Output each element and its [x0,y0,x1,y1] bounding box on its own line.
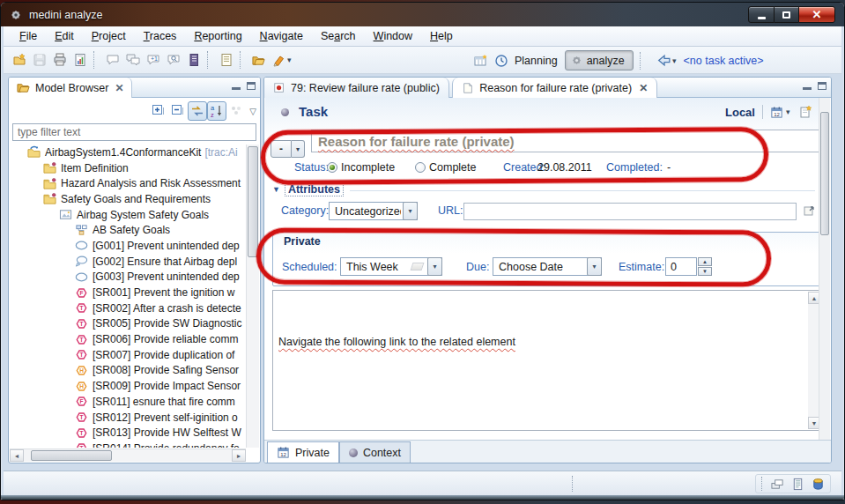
back-dropdown-caret-icon[interactable]: ▾ [672,56,677,65]
open-model-icon[interactable] [248,50,269,70]
section-collapse-caret-icon: ▼ [272,185,280,194]
notes-line: Navigate the following link to the relat… [278,332,807,352]
status-complete-radio[interactable] [415,162,426,173]
tree-item[interactable]: T[SR014] Provide redundancy fo [10,441,246,448]
notes-scrollbar[interactable]: ▲ ▼ [808,292,819,429]
close-window-button[interactable]: ✕ [798,6,835,23]
tree-item[interactable]: T[SR007] Provide duplication of [10,347,246,363]
task-form: Task Local 12 ▾ - ▾ Reason for failure r [265,98,819,440]
category-label: Category: [281,204,329,217]
highlight-icon[interactable] [269,50,289,70]
link-with-editor-icon[interactable] [188,101,207,121]
tree-item[interactable]: [G002] Ensure that Airbag depl [10,254,246,270]
minimize-window-button[interactable] [748,6,775,23]
task-bullet-icon [281,108,289,116]
tree-item[interactable]: Safety Goals and Requirements [10,191,246,207]
status-incomplete-radio[interactable] [327,162,337,173]
planning-perspective-icon[interactable] [491,50,511,70]
editor-tab-review-failure-rate[interactable]: 79: Review failure rate (public) [264,78,449,98]
url-input[interactable] [463,203,797,220]
scheduled-dropdown-caret-icon: ▾ [427,257,442,276]
new-wizard-icon[interactable] [9,50,29,70]
menu-help[interactable]: Help [421,27,462,45]
tree-item[interactable]: T[SR006] Provide reliable comm [10,331,246,347]
spin-down-icon[interactable]: ▼ [698,267,712,276]
tree-item[interactable]: Item Definition [10,160,246,176]
notes-textarea[interactable]: Navigate the following link to the relat… [272,290,819,431]
menu-window[interactable]: Window [365,27,421,45]
log-view-icon[interactable] [791,478,804,491]
minimize-editor-icon[interactable] [803,82,812,90]
repository-icon[interactable] [812,478,825,491]
private-bottom-tab[interactable]: 12 Private [267,441,339,463]
model-browser-tab[interactable]: Model Browser ✕ [9,78,132,98]
tree-item[interactable]: H[SR009] Provide Impact Sensor [10,378,246,394]
notes-icon[interactable] [183,50,204,70]
context-bottom-tab[interactable]: Context [339,441,411,463]
tree-item[interactable]: AirbagSystem1.4ConformanceKit[trac:Ai [10,145,246,160]
spin-up-icon[interactable]: ▲ [698,257,712,266]
tree-item[interactable]: AB Safety Goals [10,222,246,238]
tree-item[interactable]: T[SR013] Provide HW Selftest W [10,425,246,441]
close-editor-tab-icon[interactable]: ✕ [639,82,648,94]
new-task-icon[interactable] [798,105,812,119]
tree-item[interactable]: Hazard Analysis and Risk Assessment [10,175,246,191]
tree-filter-input[interactable]: type filter text [12,123,256,141]
estimate-spinner[interactable]: 0 ▲ ▼ [665,257,712,276]
expand-all-icon[interactable] [149,101,168,121]
analyze-perspective-button[interactable]: analyze [565,50,634,70]
open-url-icon[interactable] [803,204,817,218]
maximize-editor-icon[interactable] [818,82,826,90]
tree-item[interactable]: [G003] Prevent unintended dep [10,270,246,285]
maximize-window-button[interactable] [775,6,798,23]
form-scrollbar[interactable] [819,98,830,440]
task-title-input[interactable]: Reason for failure rate (private) [311,130,819,152]
presentation-dropdown-caret-icon[interactable]: ▾ [786,107,790,116]
tree-item[interactable]: T[SR012] Prevent self-iginition o [10,410,246,426]
planning-perspective-button[interactable]: Planning [515,55,558,67]
minimize-view-icon[interactable] [232,82,241,90]
tree-item[interactable]: [G001] Prevent unintended dep [10,238,246,254]
tree-item[interactable]: Airbag System Safety Goals [10,207,246,223]
show-comments-icon[interactable] [122,50,143,70]
collapse-all-icon[interactable] [168,101,188,121]
tree-item[interactable]: H[SR008] Provide Safing Sensor [10,363,246,379]
clear-scheduled-icon[interactable] [411,263,425,271]
scheduled-presentation-icon[interactable]: 12 [770,106,783,119]
close-model-browser-icon[interactable]: ✕ [115,82,123,94]
menu-navigate[interactable]: Navigate [251,27,312,45]
report-icon[interactable] [70,50,90,70]
view-menu-icon[interactable]: ▽ [249,107,256,116]
tree-item[interactable]: T[SR005] Provide SW Diagnostic [10,316,246,332]
tree-item[interactable]: F[SR001] Prevent the ignition w [10,285,246,300]
maximize-view-icon[interactable] [247,82,256,90]
attributes-section-toggle[interactable]: ▼ Attributes [272,182,344,196]
new-comment-icon[interactable] [102,50,122,70]
menu-search[interactable]: Search [312,27,365,45]
print-icon[interactable] [49,50,70,70]
editor-tab-reason-for-failure-rate[interactable]: Reason for failure rate (private) ✕ [452,78,657,98]
sort-icon[interactable]: az [207,101,226,121]
tree-horizontal-scrollbar[interactable]: ◂ ▸ [10,448,246,462]
tree-item[interactable]: F[SR011] esnure that fire comm [10,394,246,410]
scheduled-combo[interactable]: This Week ▾ [340,257,442,276]
menu-reporting[interactable]: Reporting [185,27,250,45]
category-combo[interactable]: Uncategorized ▾ [329,202,418,220]
checklist-icon[interactable] [216,50,236,70]
due-combo[interactable]: Choose Date ▾ [493,257,602,276]
back-navigation-icon[interactable] [654,50,674,70]
restore-views-icon[interactable] [771,478,784,491]
tree-vertical-scrollbar[interactable] [246,145,259,448]
new-perspective-icon[interactable] [471,50,491,70]
svg-text:T: T [80,445,84,448]
menu-file[interactable]: File [11,27,46,45]
tree-item[interactable]: T[SR002] After a crash is detecte [10,300,246,316]
highlight-dropdown-caret-icon[interactable]: ▾ [287,56,292,64]
add-comment-icon[interactable]: +1 [143,50,163,70]
menu-traces[interactable]: Traces [135,27,186,45]
menu-edit[interactable]: Edit [46,27,83,45]
find-comment-icon[interactable] [163,50,183,70]
menu-project[interactable]: Project [83,27,135,45]
priority-selector[interactable]: - ▾ [271,140,305,158]
window-title: medini analyze [29,9,102,21]
